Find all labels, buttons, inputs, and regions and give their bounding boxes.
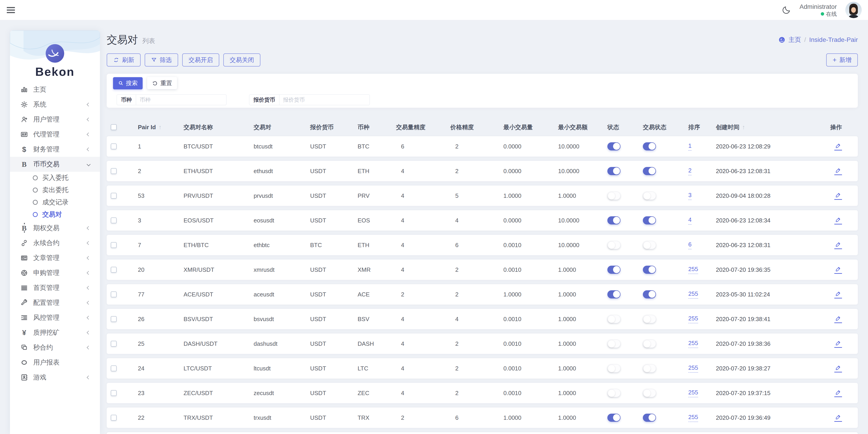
search-button[interactable]: 搜索 (113, 77, 143, 89)
sidebar-item-user-report[interactable]: 用户报表 (10, 355, 100, 370)
trade-status-toggle[interactable] (643, 364, 656, 372)
trade-status-toggle[interactable] (643, 266, 656, 274)
edit-button[interactable] (834, 340, 842, 348)
sidebar-subitem-buy-orders[interactable]: 买入委托 (10, 172, 100, 184)
sort-value-link[interactable]: 4 (688, 216, 691, 225)
coin-input[interactable] (136, 94, 226, 105)
edit-button[interactable] (834, 414, 842, 422)
trade-open-button[interactable]: 交易开启 (182, 53, 219, 66)
sidebar-item-risk[interactable]: 风控管理 (10, 310, 100, 325)
sort-value-link[interactable]: 255 (688, 414, 698, 422)
quote-input[interactable] (279, 94, 370, 105)
sidebar-item-sec-contract[interactable]: 秒合约 (10, 340, 100, 355)
sort-value-link[interactable]: 1 (688, 142, 691, 151)
sidebar-item-finance[interactable]: $财务管理 (10, 142, 100, 157)
menu-toggle-icon[interactable] (7, 6, 16, 15)
sidebar-item-staking[interactable]: ¥质押挖矿 (10, 325, 100, 340)
row-checkbox[interactable] (111, 242, 117, 248)
breadcrumb-current[interactable]: Inside-Trade-Pair (809, 36, 858, 44)
status-toggle[interactable] (608, 389, 620, 397)
status-toggle[interactable] (608, 142, 620, 150)
sidebar-item-agents[interactable]: 代理管理 (10, 127, 100, 142)
sort-value-link[interactable]: 255 (688, 364, 698, 373)
trade-status-toggle[interactable] (643, 340, 656, 348)
filter-button[interactable]: 筛选 (145, 53, 178, 66)
sidebar-item-subscribe[interactable]: 申购管理 (10, 265, 100, 280)
row-checkbox[interactable] (111, 143, 117, 149)
sidebar-item-config[interactable]: 配置管理 (10, 295, 100, 310)
sidebar-item-home[interactable]: 主页 (10, 82, 100, 97)
select-all-checkbox[interactable] (111, 124, 117, 130)
status-toggle[interactable] (608, 167, 620, 175)
sidebar-item-system[interactable]: 系统 (10, 97, 100, 112)
status-toggle[interactable] (608, 340, 620, 348)
sidebar-item-articles[interactable]: 文章管理 (10, 251, 100, 265)
row-checkbox[interactable] (111, 193, 117, 199)
edit-button[interactable] (834, 364, 842, 372)
edit-button[interactable] (834, 290, 842, 298)
edit-button[interactable] (834, 167, 842, 175)
edit-button[interactable] (834, 142, 842, 150)
refresh-button[interactable]: 刷新 (107, 53, 141, 66)
row-checkbox[interactable] (111, 366, 117, 371)
row-checkbox[interactable] (111, 218, 117, 223)
status-toggle[interactable] (608, 216, 620, 225)
row-checkbox[interactable] (111, 316, 117, 322)
sidebar-item-games[interactable]: 游戏 (10, 370, 100, 385)
row-checkbox[interactable] (111, 168, 117, 174)
sort-value-link[interactable]: 255 (688, 389, 698, 397)
trade-status-toggle[interactable] (643, 414, 656, 422)
reset-button[interactable]: 重置 (147, 77, 177, 89)
status-toggle[interactable] (608, 414, 620, 422)
trade-status-toggle[interactable] (643, 167, 656, 175)
trade-close-button[interactable]: 交易关闭 (223, 53, 260, 66)
cell-status (608, 364, 643, 372)
sidebar-subitem-sell-orders[interactable]: 卖出委托 (10, 184, 100, 196)
status-toggle[interactable] (608, 290, 620, 298)
edit-button[interactable] (834, 315, 842, 323)
user-info[interactable]: Administrator 在线 (800, 3, 837, 18)
trade-status-toggle[interactable] (643, 192, 656, 200)
trade-status-toggle[interactable] (643, 241, 656, 249)
edit-button[interactable] (834, 266, 842, 274)
row-checkbox[interactable] (111, 390, 117, 396)
sort-value-link[interactable]: 2 (688, 167, 691, 175)
sidebar-item-homepage[interactable]: 首页管理 (10, 280, 100, 295)
trade-status-toggle[interactable] (643, 315, 656, 323)
sort-value-link[interactable]: 255 (688, 266, 698, 274)
sidebar-item-perpetual[interactable]: 永续合约 (10, 236, 100, 251)
trade-status-toggle[interactable] (643, 142, 656, 150)
edit-button[interactable] (834, 192, 842, 200)
dark-mode-icon[interactable] (782, 5, 791, 15)
sidebar-item-options[interactable]: B期权交易 (10, 221, 100, 236)
sidebar-item-spot-trade[interactable]: B币币交易 (10, 157, 100, 172)
sidebar-item-users[interactable]: 用户管理 (10, 112, 100, 127)
trade-status-toggle[interactable] (643, 216, 656, 225)
sort-value-link[interactable]: 255 (688, 290, 698, 299)
status-toggle[interactable] (608, 315, 620, 323)
status-toggle[interactable] (608, 266, 620, 274)
status-toggle[interactable] (608, 364, 620, 372)
sort-value-link[interactable]: 3 (688, 192, 691, 200)
column-header-created[interactable]: 创建时间↑ (716, 123, 804, 131)
sort-value-link[interactable]: 255 (688, 340, 698, 348)
edit-button[interactable] (834, 389, 842, 397)
row-checkbox[interactable] (111, 415, 117, 421)
status-toggle[interactable] (608, 192, 620, 200)
edit-button[interactable] (834, 216, 842, 225)
breadcrumb-home[interactable]: 主页 (788, 35, 801, 44)
row-checkbox[interactable] (111, 341, 117, 347)
row-checkbox[interactable] (111, 291, 117, 297)
column-header-pair_id[interactable]: Pair Id↑ (138, 124, 184, 131)
sidebar-subitem-trade-records[interactable]: 成交记录 (10, 196, 100, 208)
sort-value-link[interactable]: 255 (688, 315, 698, 323)
avatar[interactable] (845, 2, 862, 18)
edit-button[interactable] (834, 241, 842, 249)
trade-status-toggle[interactable] (643, 389, 656, 397)
status-toggle[interactable] (608, 241, 620, 249)
trade-status-toggle[interactable] (643, 290, 656, 298)
add-button[interactable]: + 新增 (826, 53, 858, 66)
sort-value-link[interactable]: 6 (688, 241, 691, 249)
row-checkbox[interactable] (111, 267, 117, 273)
sidebar-subitem-trade-pairs[interactable]: 交易对 (10, 208, 100, 221)
